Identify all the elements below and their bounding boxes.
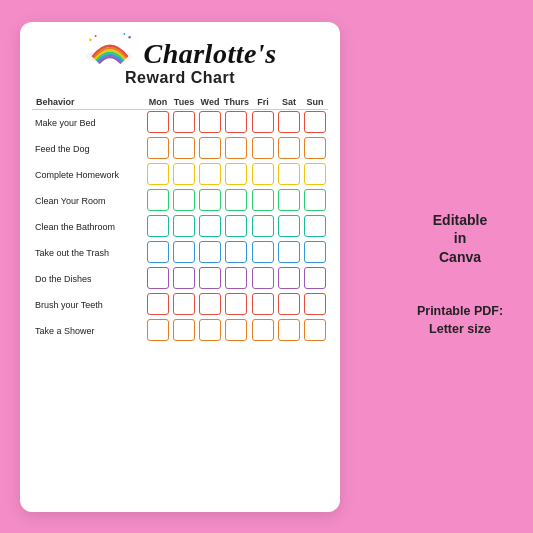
day-box[interactable] bbox=[173, 293, 195, 315]
day-box[interactable] bbox=[225, 293, 247, 315]
day-checkbox-cell[interactable] bbox=[197, 318, 223, 344]
day-checkbox-cell[interactable] bbox=[145, 110, 171, 137]
day-checkbox-cell[interactable] bbox=[171, 318, 197, 344]
day-box[interactable] bbox=[252, 319, 274, 341]
day-box[interactable] bbox=[278, 293, 300, 315]
day-box[interactable] bbox=[199, 189, 221, 211]
day-checkbox-cell[interactable] bbox=[197, 240, 223, 266]
day-checkbox-cell[interactable] bbox=[223, 188, 250, 214]
day-box[interactable] bbox=[199, 215, 221, 237]
day-checkbox-cell[interactable] bbox=[197, 188, 223, 214]
day-checkbox-cell[interactable] bbox=[197, 266, 223, 292]
day-box[interactable] bbox=[173, 319, 195, 341]
day-checkbox-cell[interactable] bbox=[276, 292, 302, 318]
day-checkbox-cell[interactable] bbox=[171, 266, 197, 292]
day-box[interactable] bbox=[147, 163, 169, 185]
day-checkbox-cell[interactable] bbox=[223, 110, 250, 137]
day-box[interactable] bbox=[304, 267, 326, 289]
day-checkbox-cell[interactable] bbox=[223, 240, 250, 266]
day-checkbox-cell[interactable] bbox=[223, 266, 250, 292]
day-checkbox-cell[interactable] bbox=[223, 292, 250, 318]
day-box[interactable] bbox=[199, 319, 221, 341]
day-box[interactable] bbox=[147, 215, 169, 237]
day-box[interactable] bbox=[173, 189, 195, 211]
day-checkbox-cell[interactable] bbox=[302, 214, 328, 240]
day-box[interactable] bbox=[304, 189, 326, 211]
day-box[interactable] bbox=[304, 293, 326, 315]
day-checkbox-cell[interactable] bbox=[250, 188, 276, 214]
day-box[interactable] bbox=[252, 189, 274, 211]
day-box[interactable] bbox=[225, 241, 247, 263]
day-checkbox-cell[interactable] bbox=[223, 214, 250, 240]
day-checkbox-cell[interactable] bbox=[197, 110, 223, 137]
day-box[interactable] bbox=[173, 111, 195, 133]
day-checkbox-cell[interactable] bbox=[276, 214, 302, 240]
day-checkbox-cell[interactable] bbox=[223, 162, 250, 188]
day-checkbox-cell[interactable] bbox=[145, 240, 171, 266]
day-box[interactable] bbox=[199, 267, 221, 289]
day-box[interactable] bbox=[304, 319, 326, 341]
day-checkbox-cell[interactable] bbox=[250, 162, 276, 188]
day-checkbox-cell[interactable] bbox=[223, 136, 250, 162]
day-checkbox-cell[interactable] bbox=[302, 318, 328, 344]
day-box[interactable] bbox=[304, 137, 326, 159]
day-box[interactable] bbox=[225, 215, 247, 237]
day-checkbox-cell[interactable] bbox=[276, 162, 302, 188]
day-checkbox-cell[interactable] bbox=[197, 136, 223, 162]
day-checkbox-cell[interactable] bbox=[302, 162, 328, 188]
day-checkbox-cell[interactable] bbox=[145, 318, 171, 344]
day-box[interactable] bbox=[278, 189, 300, 211]
day-box[interactable] bbox=[225, 137, 247, 159]
day-checkbox-cell[interactable] bbox=[276, 318, 302, 344]
day-box[interactable] bbox=[173, 215, 195, 237]
day-box[interactable] bbox=[173, 137, 195, 159]
day-box[interactable] bbox=[225, 267, 247, 289]
day-box[interactable] bbox=[225, 163, 247, 185]
day-box[interactable] bbox=[199, 111, 221, 133]
day-box[interactable] bbox=[278, 215, 300, 237]
day-checkbox-cell[interactable] bbox=[145, 266, 171, 292]
day-checkbox-cell[interactable] bbox=[250, 214, 276, 240]
day-checkbox-cell[interactable] bbox=[145, 162, 171, 188]
day-box[interactable] bbox=[278, 241, 300, 263]
day-box[interactable] bbox=[252, 215, 274, 237]
day-checkbox-cell[interactable] bbox=[145, 214, 171, 240]
day-checkbox-cell[interactable] bbox=[250, 292, 276, 318]
day-box[interactable] bbox=[199, 241, 221, 263]
day-checkbox-cell[interactable] bbox=[171, 214, 197, 240]
day-checkbox-cell[interactable] bbox=[197, 214, 223, 240]
day-box[interactable] bbox=[304, 215, 326, 237]
day-box[interactable] bbox=[147, 189, 169, 211]
day-checkbox-cell[interactable] bbox=[171, 162, 197, 188]
day-checkbox-cell[interactable] bbox=[276, 188, 302, 214]
day-box[interactable] bbox=[147, 293, 169, 315]
day-box[interactable] bbox=[225, 319, 247, 341]
day-checkbox-cell[interactable] bbox=[302, 240, 328, 266]
day-checkbox-cell[interactable] bbox=[276, 266, 302, 292]
day-checkbox-cell[interactable] bbox=[171, 292, 197, 318]
day-box[interactable] bbox=[199, 163, 221, 185]
day-checkbox-cell[interactable] bbox=[197, 292, 223, 318]
day-checkbox-cell[interactable] bbox=[171, 110, 197, 137]
day-box[interactable] bbox=[278, 267, 300, 289]
day-box[interactable] bbox=[304, 111, 326, 133]
day-checkbox-cell[interactable] bbox=[302, 266, 328, 292]
day-checkbox-cell[interactable] bbox=[171, 188, 197, 214]
day-box[interactable] bbox=[173, 241, 195, 263]
day-box[interactable] bbox=[147, 111, 169, 133]
day-checkbox-cell[interactable] bbox=[197, 162, 223, 188]
day-checkbox-cell[interactable] bbox=[223, 318, 250, 344]
day-box[interactable] bbox=[147, 241, 169, 263]
day-box[interactable] bbox=[225, 189, 247, 211]
day-checkbox-cell[interactable] bbox=[276, 240, 302, 266]
day-checkbox-cell[interactable] bbox=[145, 292, 171, 318]
day-box[interactable] bbox=[278, 319, 300, 341]
day-checkbox-cell[interactable] bbox=[250, 266, 276, 292]
day-checkbox-cell[interactable] bbox=[302, 188, 328, 214]
day-checkbox-cell[interactable] bbox=[250, 318, 276, 344]
day-box[interactable] bbox=[278, 163, 300, 185]
day-checkbox-cell[interactable] bbox=[171, 240, 197, 266]
day-checkbox-cell[interactable] bbox=[276, 110, 302, 137]
day-checkbox-cell[interactable] bbox=[145, 136, 171, 162]
day-checkbox-cell[interactable] bbox=[302, 292, 328, 318]
